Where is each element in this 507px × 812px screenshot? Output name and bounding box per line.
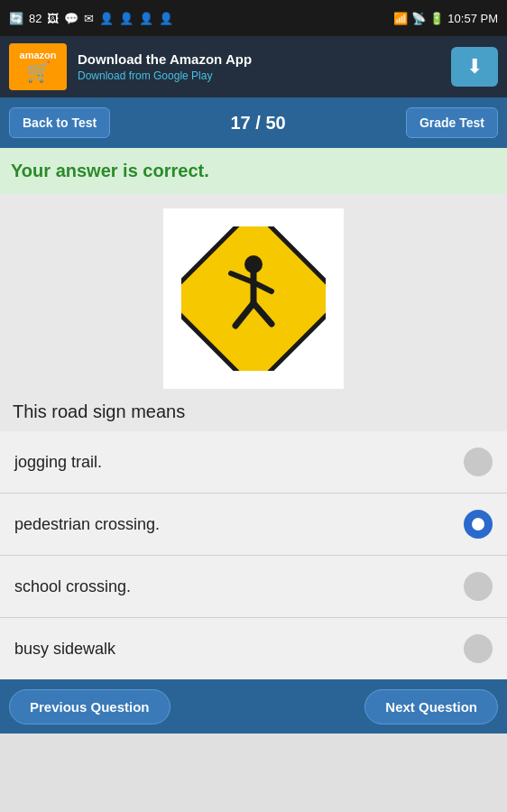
charging-icon: 🔋 <box>429 12 444 25</box>
radio-inner-b <box>472 518 484 531</box>
email-icon: ✉ <box>84 12 94 25</box>
photo-icon: 🖼 <box>47 12 59 25</box>
ad-download-button[interactable]: ⬇ <box>451 47 498 87</box>
answer-label-b: pedestrian crossing. <box>14 515 160 534</box>
ad-text-block: Download the Amazon App Download from Go… <box>78 51 440 82</box>
sync-icon: 🔄 <box>9 12 23 25</box>
status-right-icons: 📶 📡 🔋 10:57 PM <box>393 12 498 25</box>
amazon-logo: amazon 🛒 <box>9 43 67 90</box>
answer-label-d: busy sidewalk <box>14 640 115 659</box>
user-icon-2: 👤 <box>119 12 134 25</box>
answer-option-b[interactable]: pedestrian crossing. <box>0 494 507 556</box>
radio-b[interactable] <box>464 510 493 539</box>
road-sign-image <box>163 208 344 389</box>
next-question-button[interactable]: Next Question <box>364 689 498 724</box>
nav-bar: Back to Test 17 / 50 Grade Test <box>0 97 507 148</box>
answer-correct-message: Your answer is correct. <box>11 161 209 180</box>
ad-banner[interactable]: amazon 🛒 Download the Amazon App Downloa… <box>0 36 507 97</box>
sms-icon: 💬 <box>64 12 78 25</box>
bottom-nav: Previous Question Next Question <box>0 679 507 734</box>
answers-area: jogging trail. pedestrian crossing. scho… <box>0 431 507 679</box>
radio-c[interactable] <box>464 572 493 601</box>
pedestrian-crossing-sign <box>181 226 326 371</box>
radio-a[interactable] <box>464 448 493 476</box>
ad-subtitle: Download from Google Play <box>78 69 440 82</box>
cart-icon: 🛒 <box>26 60 51 84</box>
answer-label-a: jogging trail. <box>14 453 102 472</box>
battery-percent: 82 <box>29 12 41 25</box>
status-bar: 🔄 82 🖼 💬 ✉ 👤 👤 👤 👤 📶 📡 🔋 10:57 PM <box>0 0 507 36</box>
answer-option-d[interactable]: busy sidewalk <box>0 618 507 679</box>
time-display: 10:57 PM <box>447 12 498 25</box>
previous-question-button[interactable]: Previous Question <box>9 689 171 724</box>
wifi-icon: 📶 <box>393 12 408 25</box>
user-icon-1: 👤 <box>99 12 114 25</box>
user-icon-4: 👤 <box>159 12 173 25</box>
answer-option-c[interactable]: school crossing. <box>0 556 507 618</box>
question-area: This road sign means <box>0 194 507 431</box>
answer-option-a[interactable]: jogging trail. <box>0 431 507 494</box>
question-text: This road sign means <box>0 401 507 422</box>
question-counter: 17 / 50 <box>230 113 285 134</box>
ad-title: Download the Amazon App <box>78 51 440 67</box>
user-icon-3: 👤 <box>139 12 153 25</box>
grade-test-button[interactable]: Grade Test <box>406 107 498 138</box>
signal-icon: 📡 <box>411 12 426 25</box>
radio-d[interactable] <box>464 634 493 663</box>
status-left-icons: 🔄 82 🖼 💬 ✉ 👤 👤 👤 👤 <box>9 12 173 25</box>
back-to-test-button[interactable]: Back to Test <box>9 107 110 138</box>
answer-status-bar: Your answer is correct. <box>0 148 507 194</box>
answer-label-c: school crossing. <box>14 577 131 596</box>
